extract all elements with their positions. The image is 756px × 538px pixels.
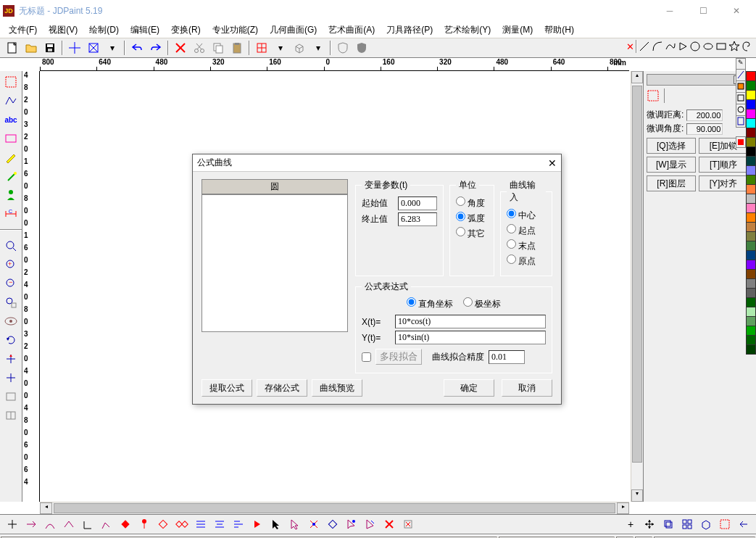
color-swatch[interactable] — [746, 316, 756, 326]
bt-sel-icon[interactable] — [716, 516, 734, 532]
refresh-icon[interactable] — [1, 331, 20, 349]
color-swatch[interactable] — [746, 231, 756, 241]
bt-x2-icon[interactable] — [381, 516, 398, 532]
bt-cube2-icon[interactable] — [697, 516, 715, 532]
radio-polar[interactable]: 极坐标 — [463, 299, 501, 309]
eye-icon[interactable] — [1, 313, 20, 330]
radio-center[interactable]: 中心 — [507, 209, 546, 222]
color-swatch[interactable] — [746, 118, 756, 128]
tune-angle-input[interactable] — [686, 123, 723, 135]
btn-r-layer[interactable]: [R]图层 — [647, 175, 696, 191]
curve-icon[interactable] — [665, 41, 676, 52]
save-icon[interactable] — [41, 40, 59, 56]
color-swatch[interactable] — [746, 156, 756, 166]
select-rect-icon[interactable] — [1, 73, 20, 91]
x-input[interactable] — [395, 315, 546, 328]
color-swatch[interactable] — [746, 297, 756, 307]
bt-lines3-icon[interactable] — [230, 516, 247, 532]
color-swatch[interactable] — [746, 175, 756, 185]
color-swatch[interactable] — [746, 184, 756, 194]
radio-cartesian[interactable]: 直角坐标 — [407, 299, 453, 309]
cut-icon[interactable] — [191, 40, 208, 56]
bt5-icon[interactable] — [79, 516, 96, 532]
rs2-icon[interactable] — [736, 70, 746, 81]
bt-plus-icon[interactable]: + — [622, 516, 639, 532]
menu-art-surface[interactable]: 艺术曲面(A) — [324, 22, 379, 38]
scroll-up-button[interactable]: ▴ — [631, 71, 643, 83]
grid-icon[interactable] — [253, 40, 270, 56]
bt-diamond1-icon[interactable] — [117, 516, 134, 532]
star-icon[interactable] — [728, 41, 740, 52]
bt-lines1-icon[interactable] — [192, 516, 209, 532]
measure-tool-icon[interactable]: C — [1, 205, 20, 223]
bt2-icon[interactable] — [22, 516, 40, 532]
color-swatch[interactable] — [746, 307, 756, 317]
btn-t-order[interactable]: [T]顺序 — [699, 157, 748, 173]
wand-tool-icon[interactable] — [1, 167, 20, 185]
bt4-icon[interactable] — [60, 516, 78, 532]
bt-close2-icon[interactable] — [399, 516, 417, 532]
btn-q-select[interactable]: [Q]选择 — [647, 138, 696, 154]
view1-icon[interactable] — [1, 388, 20, 405]
radio-radian[interactable]: 弧度 — [456, 212, 488, 225]
bt-x-icon[interactable] — [305, 516, 323, 532]
color-swatch[interactable] — [746, 109, 756, 119]
bt-cursor4-icon[interactable] — [362, 516, 379, 532]
view2-icon[interactable] — [1, 407, 20, 424]
pan-icon[interactable] — [1, 350, 20, 368]
redo-icon[interactable] — [147, 40, 165, 56]
bt-cursor2-icon[interactable] — [286, 516, 304, 532]
precision-input[interactable] — [489, 350, 525, 364]
bt-person-icon[interactable] — [136, 516, 153, 532]
bt-grid2-icon[interactable] — [678, 516, 696, 532]
color-swatch[interactable] — [746, 71, 756, 81]
undo-icon[interactable] — [128, 40, 146, 56]
line-icon[interactable] — [639, 41, 650, 52]
radio-start[interactable]: 起点 — [507, 224, 546, 237]
polyline-tool-icon[interactable] — [1, 92, 20, 109]
rs5-icon[interactable] — [736, 104, 746, 116]
bt-cursor3-icon[interactable] — [343, 516, 360, 532]
x-icon[interactable]: ✕ — [626, 41, 634, 52]
text-tool-icon[interactable]: abc — [1, 111, 20, 128]
preview-curve-button[interactable]: 曲线预览 — [312, 379, 362, 397]
rect-cross-icon[interactable] — [85, 40, 102, 56]
color-swatch[interactable] — [746, 222, 756, 232]
ok-button[interactable]: 确定 — [444, 379, 494, 397]
menu-art-draw[interactable]: 艺术绘制(Y) — [440, 22, 495, 38]
color-swatch[interactable] — [746, 90, 756, 100]
maximize-button[interactable]: ☐ — [686, 0, 720, 22]
bt6-icon[interactable] — [98, 516, 115, 532]
menu-geom[interactable]: 几何曲面(G) — [265, 22, 321, 38]
dialog-titlebar[interactable]: 公式曲线 ✕ — [193, 154, 561, 172]
zoom-fit-icon[interactable] — [1, 237, 20, 254]
ellipse-icon[interactable] — [702, 41, 714, 52]
open-icon[interactable] — [22, 40, 40, 56]
color-swatch[interactable] — [746, 278, 756, 289]
play-icon[interactable] — [678, 41, 688, 51]
menu-draw[interactable]: 绘制(D) — [85, 22, 123, 38]
scroll-left-button[interactable]: ◂ — [40, 502, 52, 514]
pencil-tool-icon[interactable] — [1, 149, 20, 166]
color-swatch[interactable] — [746, 99, 756, 109]
menu-pro[interactable]: 专业功能(Z) — [208, 22, 262, 38]
rs4-icon[interactable] — [736, 93, 746, 104]
color-swatch[interactable] — [746, 344, 756, 355]
dropdown2-icon[interactable]: ▾ — [272, 40, 289, 56]
menu-help[interactable]: 帮助(H) — [540, 22, 578, 38]
color-swatch[interactable] — [746, 269, 756, 279]
radio-end[interactable]: 末点 — [507, 239, 546, 252]
rs7-icon[interactable] — [736, 136, 746, 148]
bt-undo2-icon[interactable] — [735, 516, 752, 532]
color-swatch[interactable] — [746, 288, 756, 298]
tune-distance-input[interactable] — [686, 109, 723, 121]
color-swatch[interactable] — [746, 260, 756, 270]
target-icon[interactable] — [66, 40, 83, 56]
shield-icon[interactable] — [334, 40, 352, 56]
menu-transform[interactable]: 变换(R) — [167, 22, 205, 38]
bt-arrow-play-icon[interactable] — [249, 516, 266, 532]
color-swatch[interactable] — [746, 326, 756, 336]
dialog-close-icon[interactable]: ✕ — [548, 157, 557, 169]
start-input[interactable] — [398, 196, 437, 210]
bt3-icon[interactable] — [41, 516, 59, 532]
